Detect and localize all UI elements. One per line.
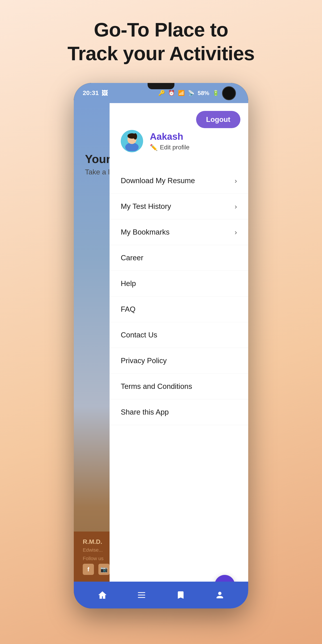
alarm-icon: ⏰ [168, 90, 175, 96]
svg-point-7 [218, 592, 222, 595]
battery-display: 58% [198, 90, 209, 96]
terms-label: Terms and Conditions [121, 382, 192, 391]
phone-frame: 20:31 🖼 🔑 ⏰ 📶 📡 58% 🔋 Your Take a lo... … [74, 83, 248, 608]
chevron-right-icon: › [234, 177, 237, 185]
edit-icon: ✏️ [150, 144, 158, 151]
avatar [121, 130, 143, 152]
notch [148, 83, 174, 89]
menu-item-contact[interactable]: Contact Us [110, 322, 248, 348]
bottom-nav [74, 582, 248, 608]
nav-bookmark-icon[interactable] [174, 588, 188, 602]
menu-item-faq[interactable]: FAQ [110, 296, 248, 322]
facebook-icon[interactable]: f [83, 564, 94, 575]
svg-point-3 [134, 133, 137, 140]
share-label: Share this App [121, 408, 169, 416]
camera-punch [222, 86, 236, 100]
avatar-svg [122, 131, 142, 151]
career-label: Career [121, 254, 143, 262]
help-label: Help [121, 279, 136, 288]
edit-profile-label: Edit profile [160, 144, 190, 151]
faq-label: FAQ [121, 305, 136, 314]
svg-rect-4 [138, 592, 145, 593]
menu-item-privacy[interactable]: Privacy Policy [110, 348, 248, 374]
menu-item-help[interactable]: Help [110, 271, 248, 296]
time-display: 20:31 [83, 90, 99, 96]
key-icon: 🔑 [158, 90, 165, 96]
status-right: 🔑 ⏰ 📶 📡 58% 🔋 [158, 90, 219, 96]
chevron-right-icon: › [234, 228, 237, 236]
privacy-label: Privacy Policy [121, 356, 166, 365]
instagram-icon[interactable]: 📷 [98, 564, 110, 575]
menu-item-career[interactable]: Career [110, 245, 248, 271]
logout-button[interactable]: Logout [196, 111, 240, 128]
wifi-icon: 📶 [178, 90, 185, 96]
photo-icon: 🖼 [102, 90, 108, 97]
nav-home-icon[interactable] [96, 588, 109, 602]
download-resume-label: Download My Resume [121, 176, 195, 185]
profile-drawer: Logout Aakash [110, 103, 248, 608]
page-title: Go-To Place to Track your Activities [68, 18, 255, 65]
phone-screen: Your Take a lo... R.M.D. Edwise... Follo… [74, 103, 248, 608]
menu-item-bookmarks[interactable]: My Bookmarks › [110, 219, 248, 245]
menu-item-share[interactable]: Share this App [110, 399, 248, 425]
nav-person-icon[interactable] [213, 588, 226, 602]
user-info: Aakash ✏️ Edit profile [150, 131, 190, 151]
edit-profile-button[interactable]: ✏️ Edit profile [150, 144, 190, 151]
menu-item-terms[interactable]: Terms and Conditions [110, 374, 248, 399]
nav-list-icon[interactable] [135, 588, 148, 602]
status-bar: 20:31 🖼 🔑 ⏰ 📶 📡 58% 🔋 [74, 83, 248, 103]
signal-icon: 📡 [188, 90, 194, 96]
bookmarks-label: My Bookmarks [121, 228, 170, 236]
contact-label: Contact Us [121, 331, 157, 339]
status-left: 20:31 🖼 [83, 90, 108, 97]
chevron-right-icon: › [234, 202, 237, 211]
battery-icon: 🔋 [212, 90, 219, 96]
svg-rect-6 [138, 597, 145, 598]
username-display: Aakash [150, 131, 190, 142]
menu-item-test-history[interactable]: My Test History › [110, 194, 248, 219]
menu-list: Download My Resume › My Test History › M… [110, 164, 248, 430]
test-history-label: My Test History [121, 202, 171, 211]
menu-item-download-resume[interactable]: Download My Resume › [110, 168, 248, 194]
svg-rect-5 [138, 594, 145, 596]
